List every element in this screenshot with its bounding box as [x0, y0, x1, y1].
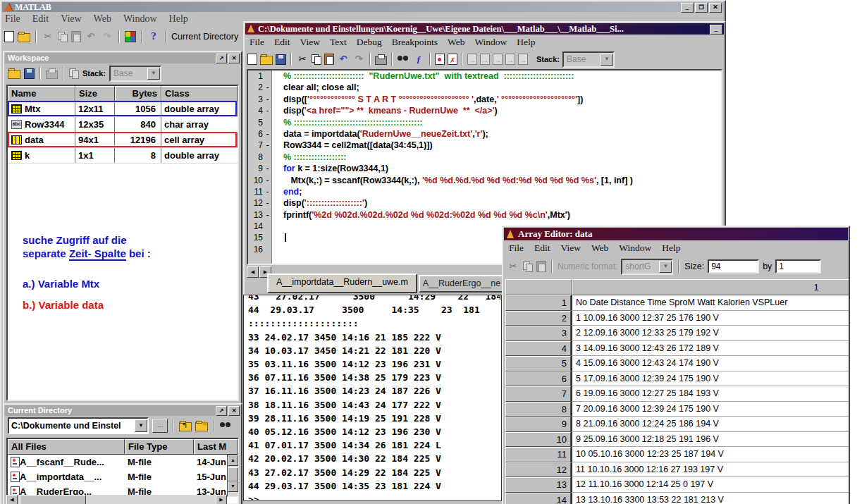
delete-variable-icon[interactable]	[69, 68, 79, 78]
paste-icon[interactable]	[71, 31, 81, 42]
row-header[interactable]: 8	[505, 402, 571, 417]
file-row[interactable]: A__importdata__...M-file15-Jun	[8, 469, 238, 484]
menu-file[interactable]: File	[250, 37, 264, 48]
copy-icon[interactable]	[523, 262, 533, 271]
command-window[interactable]: 43 27.02.17 3500 14:29 22 18444 29.03.17…	[243, 295, 502, 501]
code-line[interactable]: 4-disp('<a href=""> ** kmeans - RudernUw…	[248, 105, 721, 116]
minimize-button[interactable]	[710, 25, 722, 35]
stack-combobox[interactable]: Base ▼	[562, 51, 615, 68]
row-header[interactable]: 11	[505, 447, 571, 462]
row-header[interactable]: 5	[505, 356, 571, 371]
scroll-up-icon[interactable]: ▲	[228, 455, 238, 466]
close-button[interactable]	[709, 3, 722, 13]
code-line[interactable]: 7-Row3344 = cell2mat([data(34:45,1)])	[248, 140, 721, 151]
step-in-icon[interactable]	[480, 54, 490, 65]
copy-icon[interactable]	[312, 54, 321, 64]
menu-edit[interactable]: Edit	[32, 13, 49, 25]
cell-value[interactable]: 12 11.10.16 3000 12:14 25 0 197 V	[571, 477, 849, 493]
step-icon[interactable]	[467, 54, 477, 65]
cell-value[interactable]: 6 19.09.16 3000 12:27 25 184 193 V	[571, 386, 849, 402]
row-header[interactable]: 7	[505, 386, 571, 402]
file-row[interactable]: A__fscanf__Rude...M-file14-Jun	[8, 455, 238, 469]
code-line[interactable]: 6-data = importdata('RudernUwe__neueZeit…	[248, 128, 721, 140]
redo-icon[interactable]	[101, 31, 113, 42]
new-file-icon[interactable]	[247, 54, 257, 65]
menu-file[interactable]: File	[5, 13, 20, 25]
column-header-size[interactable]: Size	[75, 86, 115, 102]
menu-window[interactable]: Window	[474, 37, 507, 48]
row-header[interactable]: 12	[505, 462, 571, 478]
new-file-icon[interactable]	[4, 31, 14, 42]
menu-help[interactable]: Help	[662, 242, 680, 254]
cell-value[interactable]: 13 13.10.16 3300 13:53 22 181 213 V	[571, 493, 849, 504]
workspace-row[interactable]: Row334412x35840char array	[8, 117, 238, 133]
cell-value[interactable]: 7 20.09.16 3000 12:39 24 175 190 V	[571, 402, 849, 417]
print-icon[interactable]	[46, 70, 58, 79]
find-files-icon[interactable]	[219, 420, 232, 431]
menu-help[interactable]: Help	[517, 37, 535, 48]
cell-value[interactable]: No Date Distance Time SproM Watt Kalorie…	[571, 295, 849, 311]
scroll-left-icon[interactable]: ◀	[247, 266, 259, 278]
scroll-right-icon[interactable]: ▶	[216, 495, 227, 504]
copy-icon[interactable]	[58, 32, 68, 42]
menu-web[interactable]: Web	[94, 13, 111, 25]
menu-text[interactable]: Text	[330, 37, 347, 48]
scrollbar-thumb[interactable]	[20, 495, 86, 504]
cell-value[interactable]: 11 10.10.16 3000 12:16 27 193 197 V	[571, 462, 849, 478]
row-header[interactable]: 9	[505, 417, 571, 432]
save-icon[interactable]	[276, 54, 286, 65]
exit-debug-icon[interactable]	[518, 54, 528, 65]
scroll-left-icon[interactable]: ◀	[6, 495, 18, 504]
menu-web[interactable]: Web	[448, 37, 464, 48]
cut-icon[interactable]	[296, 54, 309, 65]
scrollbar-thumb[interactable]	[228, 467, 238, 481]
editor-tab-active[interactable]: A__importdata__Rudern__uwe.m	[267, 273, 417, 293]
workspace-row[interactable]: k1x18double array	[8, 148, 238, 164]
open-file-icon[interactable]	[260, 56, 273, 65]
code-line[interactable]: 10- Mtx(k,:) = sscanf(Row3344(k,:), '%d …	[248, 175, 721, 186]
menu-view[interactable]: View	[561, 242, 581, 254]
load-workspace-icon[interactable]	[8, 70, 20, 79]
undo-icon[interactable]	[85, 31, 97, 42]
new-folder-icon[interactable]	[195, 422, 208, 431]
workspace-title-bar[interactable]: Workspace	[5, 53, 240, 63]
column-header-name[interactable]: Name	[8, 86, 75, 102]
help-icon[interactable]	[147, 31, 160, 42]
array-editor-title-bar[interactable]: Array Editor: data	[504, 228, 848, 240]
function-browser-icon[interactable]	[412, 54, 425, 65]
code-line[interactable]: 1% :::::::::::::::::::::::: "RudernUwe.t…	[248, 70, 721, 82]
menu-help[interactable]: Help	[169, 13, 188, 25]
undock-icon[interactable]	[216, 406, 227, 416]
chevron-down-icon[interactable]: ▼	[601, 54, 613, 66]
editor-title-bar[interactable]: C:\Dokumente und Einstellungen\Koernig__…	[245, 23, 724, 35]
size-cols-field[interactable]	[775, 259, 821, 273]
chevron-down-icon[interactable]: ▼	[147, 68, 160, 80]
code-line[interactable]: 12-disp(':::::::::::::::::::')	[248, 197, 721, 209]
vertical-scrollbar[interactable]: ▲ ▼	[227, 455, 239, 497]
main-title-bar[interactable]: MATLAB	[2, 2, 724, 12]
save-workspace-icon[interactable]	[24, 68, 35, 79]
print-icon[interactable]	[375, 56, 387, 65]
column-header-file-type[interactable]: File Type	[125, 439, 194, 455]
menu-debug[interactable]: Debug	[357, 37, 382, 48]
row-header[interactable]: 4	[505, 341, 571, 357]
cell-value[interactable]: 3 14.09.16 3000 12:43 26 172 189 V	[571, 341, 849, 357]
close-icon[interactable]	[228, 406, 240, 416]
menu-window[interactable]: Window	[123, 13, 157, 25]
editor-tab-inactive[interactable]: A__RuderErgo__ne	[419, 275, 505, 293]
row-header[interactable]: 6	[505, 371, 571, 387]
menu-web[interactable]: Web	[591, 242, 608, 254]
workspace-row[interactable]: Mtx12x111056double array	[8, 102, 238, 117]
close-icon[interactable]	[228, 54, 240, 63]
step-out-icon[interactable]	[493, 54, 503, 65]
cut-icon[interactable]	[507, 261, 519, 272]
find-icon[interactable]	[397, 54, 410, 65]
redo-icon[interactable]	[352, 54, 365, 65]
undock-icon[interactable]	[216, 54, 227, 63]
stack-combobox[interactable]: Base ▼	[109, 66, 161, 82]
cell-value[interactable]: 1 10.09.16 3000 12:37 25 176 190 V	[571, 311, 849, 326]
code-line[interactable]: 5% :::::::::::::::::::::::::::::::::::::…	[248, 117, 721, 128]
current-directory-title-bar[interactable]: Current Directory	[5, 405, 240, 416]
cell-value[interactable]: 10 05.10.16 3000 12:23 25 187 194 V	[571, 447, 849, 462]
numeric-format-combobox[interactable]: shortG ▼	[621, 259, 673, 275]
